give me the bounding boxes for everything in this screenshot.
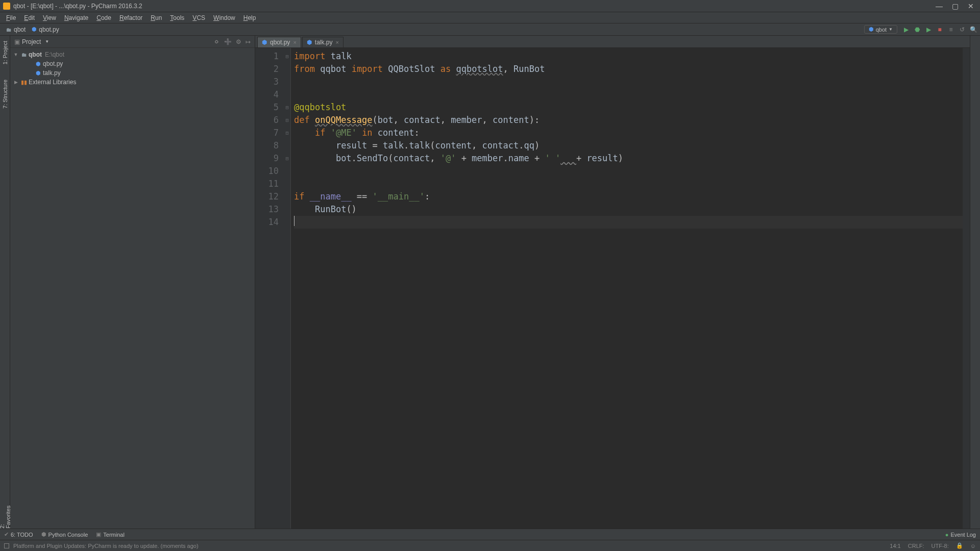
scroll-to-icon[interactable]: ➕ (224, 38, 232, 45)
menu-help[interactable]: Help (239, 13, 260, 22)
terminal-button[interactable]: ▣ Terminal (96, 531, 125, 538)
tree-file[interactable]: ⬢ talk.py (10, 68, 255, 78)
maximize-button[interactable]: ▢ (952, 2, 959, 10)
menu-refactor[interactable]: Refactor (115, 13, 146, 22)
tree-external-libs[interactable]: ▶ ▮▮ External Libraries (10, 78, 255, 87)
menu-code[interactable]: Code (92, 13, 115, 22)
menu-tools[interactable]: Tools (166, 13, 188, 22)
tree-file[interactable]: ⬢ qbot.py (10, 59, 255, 68)
menu-file[interactable]: File (2, 13, 20, 22)
terminal-label: Terminal (103, 532, 125, 538)
file-encoding[interactable]: UTF-8: (932, 543, 949, 549)
chevron-down-icon[interactable]: ▼ (45, 39, 49, 44)
project-tool-tab[interactable]: 1: Project (2, 41, 8, 64)
line-separator[interactable]: CRLF: (908, 543, 924, 549)
run-button[interactable]: ▶ (902, 26, 910, 33)
menu-view[interactable]: View (39, 13, 60, 22)
status-bar: Platform and Plugin Updates: PyCharm is … (0, 540, 980, 551)
minimize-button[interactable]: — (936, 2, 943, 10)
folder-icon: 🖿 (6, 27, 12, 33)
run-with-coverage-button[interactable]: ▶ (925, 26, 932, 33)
fold-gutter: ⊟⊟⊟⊟⊟ (284, 48, 291, 529)
left-tool-strip: 1: Project 7: Structure (0, 36, 10, 529)
editor-tabs: ⬢qbot.py×⬢talk.py× (255, 36, 970, 48)
bottom-tool-bar: ✔ 6: TODO ⬢ Python Console ▣ Terminal ● … (0, 529, 980, 540)
sidebar-header-label: Project (22, 38, 41, 45)
close-button[interactable]: ✕ (968, 2, 974, 10)
todo-icon: ✔ (4, 531, 9, 538)
line-number-gutter: 1234567891011121314 (255, 48, 284, 529)
error-stripe (963, 48, 970, 529)
chevron-down-icon: ▼ (889, 27, 893, 32)
tree-root-name: qbot (29, 51, 42, 58)
project-view-icon: ▣ (14, 38, 20, 45)
python-file-icon: ⬢ (262, 39, 267, 46)
python-file-icon: ⬢ (869, 26, 874, 33)
run-config-label: qbot (876, 27, 887, 33)
tree-root-path: E:\qbot (45, 51, 64, 58)
favorites-tool-tab[interactable]: 2: Favorites (0, 503, 11, 529)
expand-arrow-icon[interactable]: ▶ (12, 80, 19, 85)
console-label: Python Console (48, 532, 88, 538)
project-sidebar: ▣ Project ▼ ⭘ ➕ ⚙ ↦ ▼ 🖿 qbot E:\qbot ⬢ q… (10, 36, 255, 529)
collapse-all-icon[interactable]: ⭘ (214, 38, 220, 45)
breadcrumb-file[interactable]: ⬢ qbot.py (29, 26, 62, 33)
breadcrumb-file-label: qbot.py (39, 26, 59, 33)
title-bar: qbot - [E:\qbot] - ...\qbot.py - PyCharm… (0, 0, 980, 12)
tree-file-label: talk.py (43, 69, 61, 77)
structure-tool-tab[interactable]: 7: Structure (2, 80, 8, 109)
python-console-button[interactable]: ⬢ Python Console (41, 531, 88, 538)
debug-button[interactable]: ⬣ (914, 26, 921, 33)
lock-icon[interactable]: 🔒 (956, 542, 963, 549)
breadcrumb-folder[interactable]: 🖿 qbot (3, 26, 29, 33)
menu-vcs[interactable]: VCS (188, 13, 209, 22)
status-message: Platform and Plugin Updates: PyCharm is … (13, 543, 199, 549)
tool-window-toggle-icon[interactable] (4, 543, 9, 548)
nav-bar: 🖿 qbot ⬢ qbot.py ⬢ qbot ▼ ▶ ⬣ ▶ ■ ≡ ↺ 🔍 (0, 23, 980, 36)
stop-button[interactable]: ■ (936, 26, 943, 33)
folder-icon: 🖿 (19, 52, 29, 58)
caret-position: 14:1 (890, 543, 900, 549)
todo-tool-button[interactable]: ✔ 6: TODO (4, 531, 33, 538)
todo-label: 6: TODO (11, 532, 33, 538)
python-file-icon: ⬢ (307, 39, 312, 46)
right-tool-strip (970, 36, 980, 529)
menu-navigate[interactable]: Navigate (60, 13, 92, 22)
menu-run[interactable]: Run (146, 13, 166, 22)
console-icon: ⬢ (41, 531, 46, 538)
toolbar-icon[interactable]: ↺ (959, 26, 966, 33)
terminal-icon: ▣ (96, 531, 101, 538)
tab-label: talk.py (315, 39, 333, 46)
gear-icon[interactable]: ⚙ (236, 38, 241, 45)
close-tab-icon[interactable]: × (293, 39, 296, 45)
menu-edit[interactable]: Edit (20, 13, 39, 22)
menu-window[interactable]: Window (209, 13, 239, 22)
expand-arrow-icon[interactable]: ▼ (12, 52, 19, 57)
menu-bar: FileEditViewNavigateCodeRefactorRunTools… (0, 12, 980, 23)
run-config-selector[interactable]: ⬢ qbot ▼ (864, 25, 897, 34)
close-tab-icon[interactable]: × (336, 39, 339, 45)
python-file-icon: ⬢ (32, 26, 37, 33)
editor-tab[interactable]: ⬢talk.py× (302, 37, 344, 47)
python-file-icon: ⬢ (34, 70, 43, 77)
event-log-label: Event Log (950, 532, 976, 538)
app-icon (3, 3, 10, 10)
search-icon[interactable]: 🔍 (970, 26, 977, 33)
window-title: qbot - [E:\qbot] - ...\qbot.py - PyCharm… (13, 3, 936, 10)
hide-icon[interactable]: ↦ (246, 38, 251, 45)
hector-icon[interactable]: ☺ (970, 543, 976, 549)
event-log-button[interactable]: ● Event Log (945, 532, 976, 538)
library-icon: ▮▮ (19, 79, 29, 86)
editor-tab[interactable]: ⬢qbot.py× (257, 37, 301, 47)
project-tree: ▼ 🖿 qbot E:\qbot ⬢ qbot.py ⬢ talk.py ▶ ▮… (10, 48, 255, 89)
breadcrumb-folder-label: qbot (14, 26, 26, 33)
code-editor[interactable]: 1234567891011121314 ⊟⊟⊟⊟⊟ import talkfro… (255, 48, 970, 529)
code-area[interactable]: import talkfrom qqbot import QQBotSlot a… (291, 48, 963, 529)
tab-label: qbot.py (270, 39, 290, 46)
event-log-icon: ● (945, 532, 949, 538)
tree-libs-label: External Libraries (29, 79, 76, 86)
tree-root[interactable]: ▼ 🖿 qbot E:\qbot (10, 50, 255, 59)
tree-file-label: qbot.py (43, 60, 63, 67)
python-file-icon: ⬢ (34, 61, 43, 67)
toolbar-icon[interactable]: ≡ (947, 26, 954, 33)
